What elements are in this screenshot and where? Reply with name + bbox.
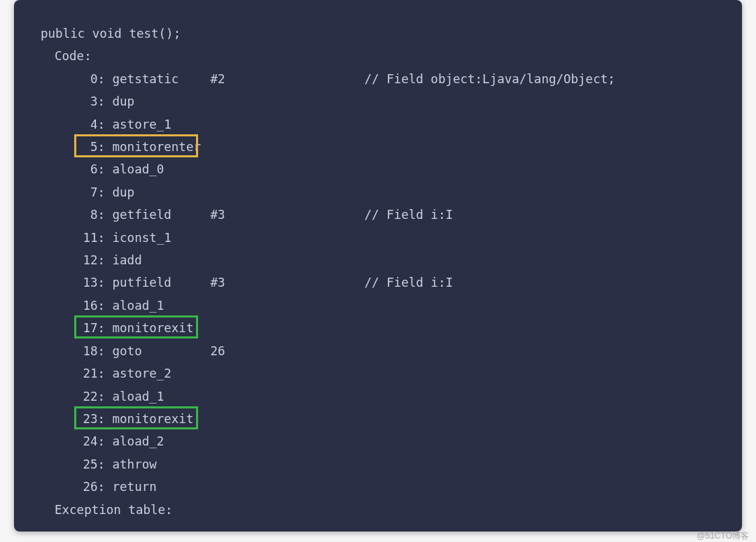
opcode: astore_1 bbox=[113, 113, 211, 136]
line-number: 23: bbox=[69, 408, 105, 430]
operand: #2 bbox=[211, 68, 365, 90]
opcode: monitorexit bbox=[113, 408, 211, 430]
opcode: athrow bbox=[113, 453, 211, 476]
operand: 26 bbox=[211, 340, 365, 362]
bytecode-line: 0: getstatic#2// Field object:Ljava/lang… bbox=[41, 68, 742, 90]
line-number: 21: bbox=[69, 362, 105, 385]
opcode: getfield bbox=[113, 204, 211, 226]
exception-table-label: Exception table: bbox=[41, 499, 742, 521]
opcode: return bbox=[113, 476, 211, 498]
line-number: 11: bbox=[69, 227, 105, 249]
bytecode-line: 26: return bbox=[41, 476, 742, 498]
bytecode-line: 11: iconst_1 bbox=[41, 227, 742, 249]
bytecode-line: 7: dup bbox=[41, 181, 742, 204]
bytecode-line: 25: athrow bbox=[41, 453, 742, 476]
opcode: aload_1 bbox=[113, 294, 211, 317]
bytecode-line: 16: aload_1 bbox=[41, 294, 742, 317]
opcode: aload_2 bbox=[113, 430, 211, 452]
comment: // Field object:Ljava/lang/Object; bbox=[365, 72, 615, 86]
line-number: 25: bbox=[69, 453, 105, 476]
line-number: 16: bbox=[69, 294, 105, 317]
opcode: dup bbox=[113, 181, 211, 204]
opcode: iconst_1 bbox=[113, 227, 211, 249]
line-number: 13: bbox=[69, 271, 105, 294]
opcode: iadd bbox=[113, 249, 211, 271]
line-number: 8: bbox=[69, 204, 105, 226]
opcode: astore_2 bbox=[113, 362, 211, 385]
opcode: dup bbox=[113, 90, 211, 113]
bytecode-line: 18: goto26 bbox=[41, 340, 742, 362]
bytecode-line: 6: aload_0 bbox=[41, 158, 742, 180]
code-lines-container: 0: getstatic#2// Field object:Ljava/lang… bbox=[41, 68, 742, 499]
line-number: 24: bbox=[69, 430, 105, 452]
line-number: 5: bbox=[69, 136, 105, 158]
bytecode-line: 21: astore_2 bbox=[41, 362, 742, 385]
opcode: monitorenter bbox=[113, 136, 211, 158]
opcode: goto bbox=[113, 340, 211, 362]
bytecode-line: 24: aload_2 bbox=[41, 430, 742, 452]
line-number: 26: bbox=[69, 476, 105, 498]
line-number: 12: bbox=[69, 249, 105, 271]
opcode: putfield bbox=[113, 271, 211, 294]
comment: // Field i:I bbox=[365, 208, 453, 222]
code-label: Code: bbox=[41, 45, 742, 67]
line-number: 6: bbox=[69, 158, 105, 180]
bytecode-line: 12: iadd bbox=[41, 249, 742, 271]
line-number: 17: bbox=[69, 317, 105, 339]
line-number: 0: bbox=[69, 68, 105, 90]
watermark: @51CTO博客 bbox=[696, 530, 749, 542]
bytecode-line: 23: monitorexit bbox=[41, 408, 742, 430]
bytecode-line: 4: astore_1 bbox=[41, 113, 742, 136]
bytecode-line: 5: monitorenter bbox=[41, 136, 742, 158]
line-number: 22: bbox=[69, 385, 105, 408]
opcode: monitorexit bbox=[113, 317, 211, 339]
opcode: getstatic bbox=[113, 68, 211, 90]
line-number: 18: bbox=[69, 340, 105, 362]
bytecode-line: 8: getfield#3// Field i:I bbox=[41, 204, 742, 226]
line-number: 4: bbox=[69, 113, 105, 136]
method-signature: public void test(); bbox=[41, 22, 742, 45]
line-number: 3: bbox=[69, 90, 105, 113]
bytecode-line: 13: putfield#3// Field i:I bbox=[41, 271, 742, 294]
bytecode-line: 3: dup bbox=[41, 90, 742, 113]
operand: #3 bbox=[211, 204, 365, 226]
line-number: 7: bbox=[69, 181, 105, 204]
code-panel: public void test(); Code: 0: getstatic#2… bbox=[14, 0, 742, 532]
operand: #3 bbox=[211, 271, 365, 294]
comment: // Field i:I bbox=[365, 276, 453, 290]
opcode: aload_1 bbox=[113, 385, 211, 408]
bytecode-line: 17: monitorexit bbox=[41, 317, 742, 339]
bytecode-line: 22: aload_1 bbox=[41, 385, 742, 408]
opcode: aload_0 bbox=[113, 158, 211, 180]
